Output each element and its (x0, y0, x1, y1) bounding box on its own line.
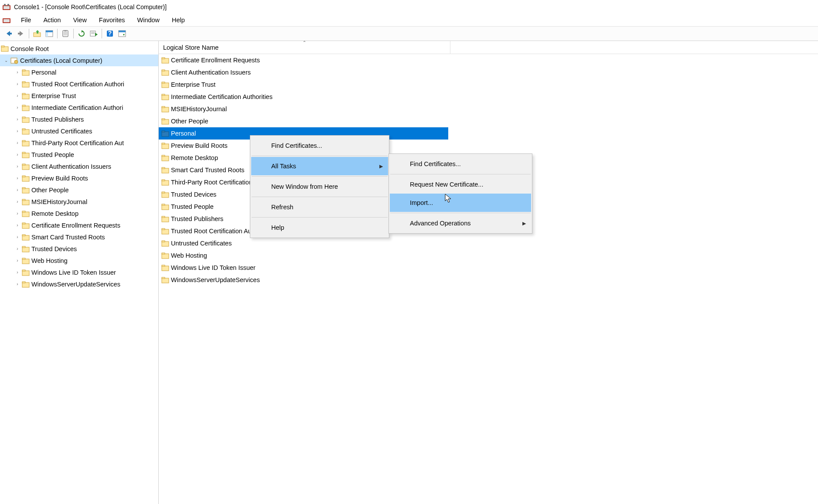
svg-rect-6 (8, 33, 12, 34)
svg-rect-39 (22, 129, 25, 130)
export-list-button[interactable] (88, 28, 99, 39)
menu-view[interactable]: View (67, 15, 93, 25)
tree-item[interactable]: ›Personal (0, 66, 158, 78)
sort-indicator-icon: ⌃ (303, 41, 306, 45)
ctx-help[interactable]: Help (251, 218, 388, 237)
expander-icon[interactable]: › (14, 199, 21, 204)
ctx-new-window[interactable]: New Window from Here (251, 177, 388, 196)
tree-item[interactable]: ›Certificate Enrollment Requests (0, 219, 158, 231)
expander-icon[interactable]: › (14, 140, 21, 145)
tree-item[interactable]: ›Third-Party Root Certification Aut (0, 137, 158, 149)
svg-rect-73 (162, 94, 165, 95)
show-hide-tree-button[interactable] (44, 28, 55, 39)
tree-item[interactable]: ›Remote Desktop (0, 208, 158, 219)
expander-icon[interactable]: › (14, 235, 21, 239)
tree-item[interactable]: ›Preview Build Roots (0, 172, 158, 184)
nav-back-button[interactable] (3, 28, 14, 39)
expander-icon[interactable]: › (14, 105, 21, 110)
tree-item[interactable]: ›Smart Card Trusted Roots (0, 231, 158, 243)
tree-item-label: Client Authentication Issuers (31, 163, 111, 170)
new-window-button[interactable] (116, 28, 128, 39)
list-row[interactable]: Web Hosting (159, 249, 448, 262)
expander-icon[interactable]: › (14, 246, 21, 251)
tree-item[interactable]: ›Trusted Publishers (0, 113, 158, 125)
list-row[interactable]: MSIEHistoryJournal (159, 103, 448, 115)
nav-forward-button[interactable] (15, 28, 27, 39)
clipboard-button[interactable] (60, 28, 71, 39)
folder-icon (161, 215, 169, 222)
ctx-sub-import[interactable]: Import... (390, 194, 531, 212)
list-pane[interactable]: Logical Store Name ⌃ Certificate Enrollm… (159, 41, 818, 504)
toolbar: ? (0, 26, 818, 41)
ctx-refresh[interactable]: Refresh (251, 198, 388, 216)
certificates-snapin-icon (10, 57, 18, 64)
expander-icon[interactable]: › (14, 70, 21, 75)
expander-icon[interactable]: › (14, 211, 21, 216)
list-row-label: Personal (171, 130, 196, 137)
tree-item[interactable]: ›Untrusted Certificates (0, 125, 158, 137)
svg-rect-35 (22, 105, 25, 106)
up-level-button[interactable] (31, 28, 43, 39)
tree-item[interactable]: ›Trusted Root Certification Authori (0, 78, 158, 90)
expander-icon[interactable]: › (14, 129, 21, 133)
ctx-all-tasks[interactable]: All Tasks▶ (251, 157, 388, 175)
tree-certificates-node[interactable]: ⌄ Certificates (Local Computer) (0, 54, 158, 66)
menu-separator (252, 156, 388, 156)
expander-icon[interactable]: › (14, 176, 21, 180)
folder-icon (22, 281, 30, 288)
ctx-find-certificates[interactable]: Find Certificates... (251, 136, 388, 155)
expander-icon[interactable]: › (14, 270, 21, 275)
menu-window[interactable]: Window (131, 15, 166, 25)
list-row[interactable]: Enterprise Trust (159, 78, 448, 91)
svg-rect-7 (18, 33, 21, 34)
expander-icon[interactable]: › (14, 223, 21, 228)
tree-item[interactable]: ›Other People (0, 184, 158, 196)
tree-item[interactable]: ›Windows Live ID Token Issuer (0, 266, 158, 278)
expander-icon[interactable]: › (14, 93, 21, 98)
list-row[interactable]: Certificate Enrollment Requests (159, 54, 448, 66)
menu-file[interactable]: File (15, 15, 37, 25)
tree-item[interactable]: ›Intermediate Certification Authori (0, 102, 158, 113)
tree-pane[interactable]: Console Root ⌄ Certificates (Local Compu… (0, 41, 159, 504)
list-row-label: Web Hosting (171, 252, 207, 259)
folder-icon (22, 198, 30, 205)
ctx-sub-request-new-cert[interactable]: Request New Certificate... (390, 175, 531, 194)
tree-item[interactable]: ›Trusted Devices (0, 243, 158, 255)
menu-separator (390, 213, 531, 213)
ctx-sub-advanced-ops[interactable]: Advanced Operations▶ (390, 214, 531, 232)
expander-icon[interactable]: › (14, 82, 21, 86)
list-row[interactable]: WindowsServerUpdateServices (159, 274, 448, 286)
expander-icon[interactable]: › (14, 282, 21, 286)
list-row-label: Untrusted Certificates (171, 240, 232, 247)
tree-item[interactable]: ›Client Authentication Issuers (0, 160, 158, 172)
menu-action[interactable]: Action (37, 15, 67, 25)
ctx-sub-find-certificates[interactable]: Find Certificates... (390, 155, 531, 173)
expander-icon[interactable]: › (14, 152, 21, 157)
list-header: Logical Store Name ⌃ (159, 41, 818, 54)
svg-rect-40 (22, 141, 29, 146)
list-row[interactable]: Untrusted Certificates (159, 237, 448, 249)
svg-rect-92 (162, 217, 169, 222)
tree-item[interactable]: ›MSIEHistoryJournal (0, 196, 158, 208)
expander-icon[interactable]: › (14, 164, 21, 169)
list-row[interactable]: Client Authentication Issuers (159, 66, 448, 78)
column-header-logical-store[interactable]: Logical Store Name (162, 41, 450, 54)
tree-root[interactable]: Console Root (0, 43, 158, 54)
list-row[interactable]: Other People (159, 115, 448, 127)
help-button[interactable]: ? (104, 28, 116, 39)
expander-icon[interactable]: › (14, 258, 21, 263)
expander-icon[interactable]: › (14, 187, 21, 192)
expander-icon[interactable]: ⌄ (3, 58, 10, 63)
tree-item[interactable]: ›WindowsServerUpdateServices (0, 278, 158, 290)
menu-favorites[interactable]: Favorites (93, 15, 131, 25)
menu-help[interactable]: Help (166, 15, 191, 25)
tree-item[interactable]: ›Trusted People (0, 149, 158, 160)
expander-icon[interactable]: › (14, 117, 21, 122)
tree-item[interactable]: ›Web Hosting (0, 255, 158, 266)
column-separator[interactable] (450, 41, 450, 54)
list-row[interactable]: Intermediate Certification Authorities (159, 91, 448, 103)
tree-item[interactable]: ›Enterprise Trust (0, 90, 158, 102)
tree-item-label: Trusted Devices (31, 245, 77, 252)
list-row[interactable]: Windows Live ID Token Issuer (159, 262, 448, 274)
refresh-button[interactable] (76, 28, 87, 39)
